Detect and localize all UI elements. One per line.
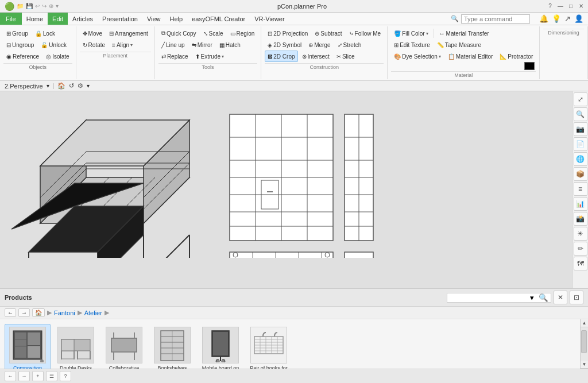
rotate-button[interactable]: ↻ Rotate bbox=[80, 39, 108, 51]
ungroup-button[interactable]: ⊟ Ungroup bbox=[3, 39, 37, 51]
products-help-bottom-button[interactable]: ? bbox=[60, 371, 71, 381]
user-icon[interactable]: 👤 bbox=[574, 14, 583, 23]
arrangement-button[interactable]: ⊟ Arrangement bbox=[106, 28, 151, 39]
box-button[interactable]: 📦 bbox=[574, 167, 587, 181]
2d-crop-button[interactable]: ⊠ 2D Crop bbox=[265, 51, 297, 62]
product-collaborative-tables[interactable]: Collaborative tables bbox=[101, 324, 147, 369]
protractor-icon: 📐 bbox=[500, 53, 506, 60]
slice-button[interactable]: ✂ Slice bbox=[334, 51, 358, 62]
scroll-thumb[interactable] bbox=[581, 330, 587, 353]
viewport-home-icon[interactable]: 🏠 bbox=[57, 82, 65, 90]
merge-button[interactable]: ⊕ Merge bbox=[305, 39, 333, 51]
intersect-button[interactable]: ⊗ Intersect bbox=[299, 51, 332, 62]
breadcrumb-atelier[interactable]: Atelier bbox=[84, 310, 102, 316]
replace-button[interactable]: ⇄ Replace bbox=[158, 51, 191, 62]
viewport-reset-icon[interactable]: ↺ bbox=[69, 82, 74, 90]
move-button[interactable]: ✥ Move bbox=[80, 28, 105, 39]
sun-button[interactable]: ☀ bbox=[574, 227, 587, 241]
maximize-btn[interactable]: □ bbox=[566, 2, 575, 11]
stretch-button[interactable]: ⤢ Stretch bbox=[335, 39, 365, 51]
menu-help[interactable]: Help bbox=[165, 13, 188, 25]
products-home-button[interactable]: 🏠 bbox=[32, 308, 45, 317]
material-transfer-button[interactable]: ↔ Material Transfer bbox=[436, 28, 492, 39]
svg-rect-59 bbox=[345, 252, 373, 258]
dye-selection-button[interactable]: 🎨 Dye Selection ▾ bbox=[391, 51, 444, 62]
camera-button[interactable]: 📷 bbox=[574, 122, 587, 136]
products-back-button[interactable]: ← bbox=[5, 308, 16, 317]
follow-me-button[interactable]: ⤷ Follow Me bbox=[346, 28, 384, 39]
products-list-view-button[interactable]: ☰ bbox=[46, 371, 57, 381]
menu-presentation[interactable]: Presentation bbox=[98, 13, 142, 25]
2d-symbol-button[interactable]: ◈ 2D Symbol bbox=[265, 39, 304, 51]
products-search-input[interactable] bbox=[447, 293, 528, 302]
render-button[interactable]: 📸 bbox=[574, 212, 587, 226]
separator bbox=[434, 29, 434, 38]
mirror-button[interactable]: ⇋ Mirror bbox=[189, 39, 215, 51]
share-icon[interactable]: ↗ bbox=[564, 14, 571, 23]
menu-vr[interactable]: VR-Viewer bbox=[250, 13, 289, 25]
products-bottom-back-button[interactable]: ← bbox=[5, 371, 16, 381]
product-bookshelves[interactable]: Bookshelves bbox=[149, 324, 195, 369]
scale-button[interactable]: ⤡ Scale bbox=[200, 28, 226, 39]
notification-icon[interactable]: 🔔 bbox=[539, 14, 548, 23]
products-detach-button[interactable]: ⊡ bbox=[570, 291, 583, 304]
extrude-button[interactable]: ⬆ Extrude ▾ bbox=[192, 51, 227, 62]
color-swatch[interactable] bbox=[524, 62, 535, 70]
edit-texture-button[interactable]: ⊞ Edit Texture bbox=[391, 39, 433, 51]
chart-button[interactable]: 📊 bbox=[574, 197, 587, 211]
pencil-button[interactable]: ✏ bbox=[574, 242, 587, 256]
menu-edit[interactable]: Edit bbox=[48, 13, 68, 25]
2d-projection-button[interactable]: ⊡ 2D Projection bbox=[265, 28, 311, 39]
unlock-button[interactable]: 🔓 Unlock bbox=[38, 39, 69, 51]
region-button[interactable]: ▭ Region bbox=[227, 28, 258, 39]
viewport-more-icon[interactable]: ▾ bbox=[87, 83, 90, 89]
products-add-button[interactable]: + bbox=[32, 371, 44, 381]
viewport-settings-icon[interactable]: ⚙ bbox=[78, 82, 83, 90]
tape-measure-button[interactable]: 📏 Tape Measure bbox=[434, 39, 484, 51]
zoom-in-button[interactable]: 🔍 bbox=[574, 107, 587, 121]
objects-group-label: Objects bbox=[3, 63, 72, 70]
products-close-button[interactable]: ✕ bbox=[554, 291, 567, 304]
help-btn[interactable]: ? bbox=[546, 2, 555, 11]
menu-easyofml[interactable]: easyOFML Creator bbox=[187, 13, 250, 25]
subtract-button[interactable]: ⊖ Subtract bbox=[312, 28, 345, 39]
layers-button[interactable]: ≡ bbox=[574, 182, 587, 196]
breadcrumb-fantoni[interactable]: Fantoni bbox=[54, 310, 75, 316]
product-mobile-board[interactable]: Mobile board on casters with middle pinn… bbox=[198, 324, 243, 369]
product-composition[interactable]: Composition ✎ ℹ bbox=[5, 324, 51, 369]
product-pair-of-hooks[interactable]: Pair of hooks for pinboard bbox=[246, 324, 292, 369]
products-scrollbar[interactable]: ▲ ▼ bbox=[580, 319, 588, 369]
close-btn[interactable]: ✕ bbox=[577, 2, 586, 11]
products-bottom-forward-button[interactable]: → bbox=[18, 371, 30, 381]
fill-color-button[interactable]: 🪣 Fill Color ▾ bbox=[391, 28, 431, 39]
products-search-go-button[interactable]: 🔍 bbox=[536, 293, 551, 302]
quick-copy-button[interactable]: ⧉ Quick Copy bbox=[158, 28, 199, 39]
products-search-button[interactable]: ▾ bbox=[528, 293, 536, 302]
line-up-button[interactable]: ╱ Line up bbox=[158, 39, 188, 51]
viewport-canvas[interactable]: ⤢ 🔍 📷 📄 🌐 📦 ≡ 📊 📸 ☀ ✏ 🗺 bbox=[0, 91, 588, 288]
menu-articles[interactable]: Articles bbox=[68, 13, 98, 25]
hatch-button[interactable]: ▦ Hatch bbox=[216, 39, 243, 51]
menu-home[interactable]: Home bbox=[22, 13, 48, 25]
isolate-button[interactable]: ◎ Isolate bbox=[43, 51, 72, 62]
zoom-extents-button[interactable]: ⤢ bbox=[574, 92, 587, 106]
document-button[interactable]: 📄 bbox=[574, 137, 587, 151]
map-button[interactable]: 🗺 bbox=[574, 257, 587, 270]
globe-button[interactable]: 🌐 bbox=[574, 152, 587, 166]
lightbulb-icon[interactable]: 💡 bbox=[552, 14, 561, 23]
scroll-up-arrow[interactable]: ▲ bbox=[581, 319, 588, 327]
protractor-button[interactable]: 📐 Protractor bbox=[497, 51, 536, 62]
reference-button[interactable]: ◉ Reference bbox=[3, 51, 42, 62]
product-double-desks[interactable]: Double Desks bbox=[53, 324, 99, 369]
menu-view[interactable]: View bbox=[142, 13, 165, 25]
group-button[interactable]: ⊞ Group bbox=[3, 28, 31, 39]
menu-file[interactable]: File bbox=[0, 13, 22, 25]
scroll-down-arrow[interactable]: ▼ bbox=[581, 361, 588, 369]
lock-button[interactable]: 🔒 Lock bbox=[32, 28, 58, 39]
align-button[interactable]: ≡ Align ▾ bbox=[109, 39, 136, 51]
products-forward-button[interactable]: → bbox=[18, 308, 30, 317]
material-editor-button[interactable]: 📋 Material Editor bbox=[445, 51, 496, 62]
svg-rect-64 bbox=[28, 332, 40, 345]
command-search[interactable] bbox=[461, 14, 530, 24]
minimize-btn[interactable]: — bbox=[556, 2, 565, 11]
